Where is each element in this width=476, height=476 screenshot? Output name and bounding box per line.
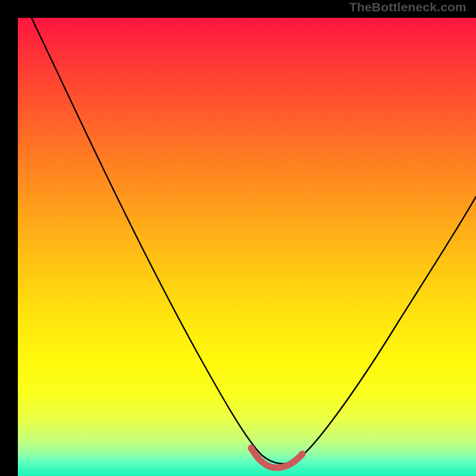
- bottleneck-curve: [32, 18, 476, 464]
- watermark-text: TheBottleneck.com: [349, 0, 466, 14]
- highlight-dot-left: [248, 445, 255, 452]
- chart-frame: [9, 9, 467, 467]
- curve-svg: [18, 18, 476, 476]
- plot-area: [18, 18, 476, 476]
- highlight-dot-right: [299, 451, 306, 458]
